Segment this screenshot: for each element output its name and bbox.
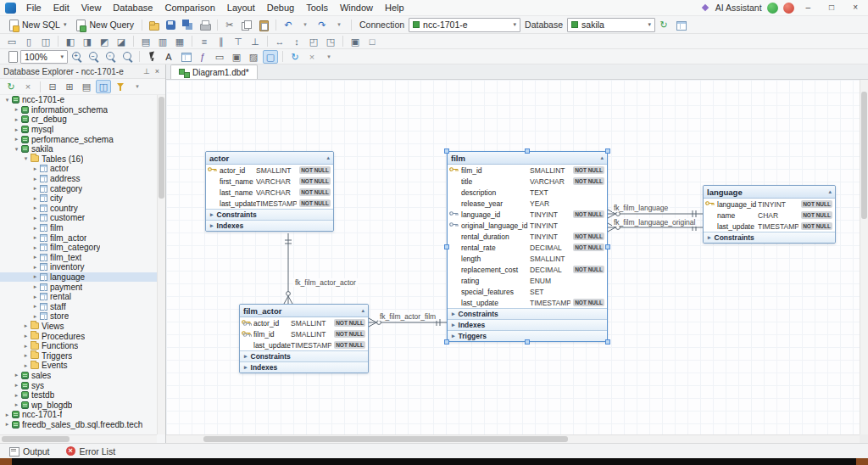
table-header[interactable]: film_actor▴: [240, 305, 368, 317]
database-select[interactable]: sakila ▾: [567, 18, 655, 32]
expand-icon[interactable]: ▸: [31, 234, 39, 241]
scrollbar-thumb[interactable]: [159, 97, 164, 199]
expand-icon[interactable]: ▸: [31, 313, 39, 320]
menu-edit[interactable]: Edit: [47, 2, 75, 14]
selection-handle[interactable]: [444, 339, 449, 345]
column-actor_id[interactable]: actor_idSMALLINTNOT NULL: [240, 317, 368, 328]
connection-select[interactable]: ncc-1701-e ▾: [409, 18, 520, 32]
send-back-icon[interactable]: □: [364, 35, 380, 48]
close-panel-icon[interactable]: ×: [153, 67, 162, 76]
expand-icon[interactable]: ▸: [22, 362, 30, 369]
tab-diagram1[interactable]: Diagram1.dbd*: [170, 64, 258, 79]
menu-database[interactable]: Database: [107, 2, 159, 14]
selection-handle[interactable]: [444, 148, 449, 154]
expand-icon[interactable]: ▸: [31, 165, 39, 172]
column-language_id[interactable]: language_idTINYINTNOT NULL: [448, 209, 607, 220]
align-top-icon[interactable]: ◩: [97, 35, 112, 48]
shape-tool-icon[interactable]: ▭: [212, 50, 227, 64]
tree-item-country[interactable]: ▸country: [0, 204, 157, 214]
column-description[interactable]: descriptionTEXT: [448, 187, 607, 198]
note-tool-icon[interactable]: ▢: [263, 50, 278, 64]
redo-icon[interactable]: ↷: [314, 18, 330, 31]
refresh-diagram-icon[interactable]: ↻: [287, 50, 303, 64]
refresh-database-icon[interactable]: ↻: [656, 18, 671, 31]
text-tool-icon[interactable]: A: [161, 50, 176, 64]
expand-icon[interactable]: ▸: [31, 176, 39, 182]
expand-icon[interactable]: ▸: [22, 322, 30, 329]
new-page-icon[interactable]: [4, 50, 19, 64]
collapse-all-icon[interactable]: ⊟: [45, 80, 60, 93]
expand-icon[interactable]: ▸: [31, 273, 39, 280]
tree-item-views[interactable]: ▸Views: [0, 322, 157, 332]
fit-width-icon[interactable]: ▭: [4, 35, 19, 48]
menu-debug[interactable]: Debug: [261, 2, 300, 14]
expand-icon[interactable]: ▸: [31, 303, 39, 310]
scrollbar-thumb[interactable]: [2, 436, 70, 442]
collapse-table-icon[interactable]: ▴: [600, 154, 604, 161]
tree-item-triggers[interactable]: ▸Triggers: [0, 350, 157, 361]
menu-layout[interactable]: Layout: [221, 2, 261, 14]
column-special_features[interactable]: special_featuresSET: [448, 286, 607, 297]
expand-icon[interactable]: ▸: [13, 401, 20, 408]
align-left-icon[interactable]: ◧: [63, 35, 78, 48]
tree-item-sys[interactable]: ▸sys: [0, 380, 157, 390]
tree-item-store[interactable]: ▸store: [0, 311, 157, 322]
expand-icon[interactable]: ▸: [31, 264, 39, 271]
expand-icon[interactable]: ▸: [31, 204, 39, 211]
collapse-icon[interactable]: ▾: [3, 97, 11, 104]
column-title[interactable]: titleVARCHARNOT NULL: [448, 176, 607, 187]
selection-handle[interactable]: [525, 148, 530, 154]
expand-icon[interactable]: ▸: [31, 244, 39, 251]
expand-icon[interactable]: ▸: [13, 372, 20, 378]
collapse-table-icon[interactable]: ▴: [361, 307, 364, 314]
collapse-icon[interactable]: ▾: [13, 146, 20, 153]
open-file-icon[interactable]: [147, 18, 162, 31]
diagram-table-language[interactable]: language▴language_idTINYINTNOT NULLnameC…: [703, 185, 836, 244]
column-name[interactable]: nameCHARNOT NULL: [704, 210, 835, 221]
save-all-icon[interactable]: [181, 18, 196, 31]
undo-dropdown-icon[interactable]: ▾: [298, 18, 313, 31]
tree-item-customer[interactable]: ▸customer: [0, 213, 157, 223]
corner-top-left-icon[interactable]: ◰: [306, 35, 321, 48]
menu-comparison[interactable]: Comparison: [159, 2, 220, 14]
zoom-selection-icon[interactable]: [120, 50, 135, 64]
bring-front-icon[interactable]: ▣: [348, 35, 363, 48]
column-rental_duration[interactable]: rental_durationTINYINTNOT NULL: [448, 231, 607, 242]
explorer-vertical-scrollbar[interactable]: [157, 95, 165, 434]
print-icon[interactable]: [198, 18, 213, 31]
tree-item-sales[interactable]: ▸sales: [0, 371, 157, 381]
image-tool-icon[interactable]: ▨: [246, 50, 261, 64]
menu-file[interactable]: File: [20, 2, 47, 14]
expand-icon[interactable]: ▸: [3, 412, 11, 418]
align-bottom-icon[interactable]: ◪: [114, 35, 129, 48]
expand-vertical-icon[interactable]: ↕: [289, 35, 304, 48]
column-last_update[interactable]: last_updateTIMESTAMPNOT NULL: [240, 339, 368, 350]
column-rental_rate[interactable]: rental_rateDECIMALNOT NULL: [448, 242, 607, 253]
tree-item-information-schema[interactable]: ▸information_schema: [0, 105, 157, 115]
tree-item-inventory[interactable]: ▸inventory: [0, 262, 157, 272]
new-sql-button[interactable]: New SQL ▾: [3, 17, 70, 32]
new-query-button[interactable]: New Query: [70, 17, 138, 32]
selection-handle[interactable]: [525, 339, 530, 345]
account-icon[interactable]: [783, 3, 794, 14]
selection-handle[interactable]: [605, 339, 610, 345]
paste-icon[interactable]: [256, 18, 271, 31]
tree-item-staff[interactable]: ▸staff: [0, 301, 157, 311]
tree-item-wp-blogdb[interactable]: ▸wp_blogdb: [0, 400, 157, 410]
column-film_id[interactable]: film_idSMALLINTNOT NULL: [448, 165, 607, 176]
expand-icon[interactable]: ▸: [13, 126, 20, 133]
expand-icon[interactable]: ▸: [22, 343, 30, 350]
update-status-icon[interactable]: [767, 3, 778, 14]
column-last_update[interactable]: last_updateTIMESTAMPNOT NULL: [704, 221, 835, 232]
explorer-horizontal-scrollbar[interactable]: [0, 434, 157, 443]
diagram-canvas[interactable]: fk_film_actor_actorfk_film_actor_filmfk_…: [166, 80, 868, 443]
expand-icon[interactable]: ▸: [31, 185, 39, 192]
menu-window[interactable]: Window: [334, 2, 379, 14]
center-vertical-icon[interactable]: ∥: [214, 35, 229, 48]
section-indexes[interactable]: ▸Indexes: [448, 319, 607, 330]
stamp-tool-icon[interactable]: ▣: [229, 50, 244, 64]
maximize-button[interactable]: □: [822, 0, 841, 15]
grid-layout-icon[interactable]: ▦: [172, 35, 187, 48]
tree-item-actor[interactable]: ▸actor: [0, 164, 157, 174]
column-last_name[interactable]: last_nameVARCHARNOT NULL: [206, 187, 333, 198]
